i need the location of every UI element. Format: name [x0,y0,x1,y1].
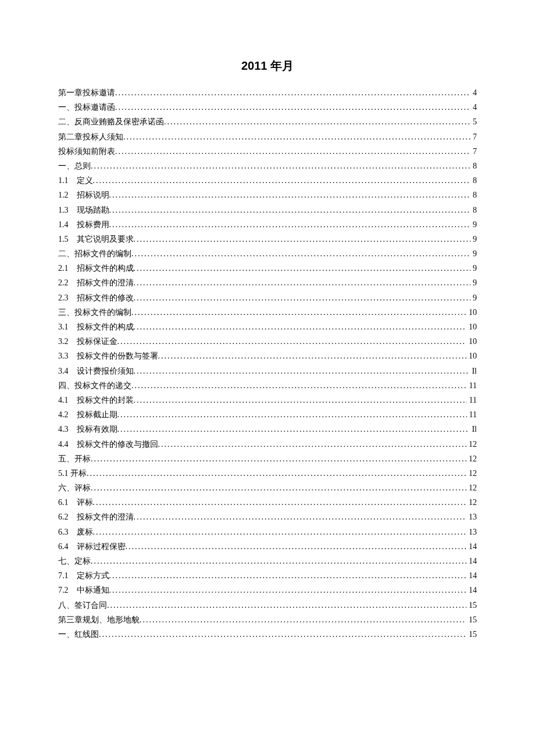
toc-entry: 4.2投标截止期11 [58,407,477,422]
toc-text: 其它说明及要求 [77,232,134,246]
toc-leader-dots [131,305,466,320]
toc-text: 投标文件的澄清 [77,510,134,524]
toc-text: 投标截止期 [77,407,117,422]
toc-entry: 八、签订合同15 [58,598,477,612]
toc-entry: 第一章投标邀请4 [58,85,477,100]
toc-entry: 投标须知前附表7 [58,144,477,159]
toc-entry: 7.2中标通知14 [58,583,477,597]
toc-text: 5.1 开标 [58,466,87,481]
toc-leader-dots [93,173,471,188]
toc-page-number: 12 [466,466,477,481]
toc-number: 2.1 [58,261,69,275]
toc-page-number: 5 [470,114,477,129]
toc-leader-dots [126,539,467,554]
toc-entry: 2.1招标文件的构成9 [58,261,477,275]
toc-text: 七、定标 [58,554,91,568]
table-of-contents: 第一章投标邀请4一、投标邀请函4二、反商业贿赂及保密承诺函5第二章投标人须知7投… [58,85,477,642]
toc-entry: 6.2投标文件的澄清13 [58,510,477,524]
toc-number: 6.2 [58,510,69,524]
toc-leader-dots [158,437,467,452]
toc-page-number: 14 [466,554,477,568]
toc-text: 投标文件的份数与签署 [77,349,158,363]
toc-leader-dots [134,261,471,275]
toc-leader-dots [91,452,466,466]
toc-text: 二、反商业贿赂及保密承诺函 [58,114,164,129]
toc-page-number: 14 [466,568,477,583]
toc-entry: 七、定标14 [58,554,477,568]
toc-leader-dots [164,114,470,129]
toc-number: 3.3 [58,349,69,363]
toc-page-number: 9 [470,232,477,246]
toc-leader-dots [131,378,467,393]
toc-leader-dots [115,100,470,114]
toc-page-number: 8 [470,159,477,173]
toc-leader-dots [134,275,471,290]
toc-entry: 1.5其它说明及要求9 [58,232,477,246]
toc-entry: 六、评标12 [58,481,477,495]
toc-page-number: 9 [470,261,477,275]
toc-page-number: 11 [467,378,477,393]
page-title: 2011 年月 [58,58,477,74]
toc-text: 招标文件的澄清 [77,275,134,290]
toc-text: 定标方式 [77,568,109,583]
toc-text: 第一章投标邀请 [58,85,115,100]
toc-page-number: 15 [466,612,477,627]
toc-leader-dots [134,232,471,246]
toc-page-number: 13 [466,510,477,524]
toc-leader-dots [99,627,466,642]
toc-entry: 一、投标邀请函4 [58,100,477,114]
toc-leader-dots [91,554,466,568]
toc-number: 1.5 [58,232,69,246]
toc-leader-dots [93,525,467,539]
toc-entry: 二、招标文件的编制9 [58,246,477,261]
toc-text: 一、总则 [58,159,91,173]
toc-page-number: 10 [466,349,477,363]
toc-number: 1.4 [58,217,69,232]
toc-number: 1.3 [58,203,69,217]
toc-page-number: 8 [470,173,477,188]
toc-page-number: 12 [466,481,477,495]
toc-leader-dots [107,598,466,612]
toc-entry: 一、红线图15 [58,627,477,642]
toc-entry: 4.1投标文件的封装11 [58,393,477,407]
toc-page-number: 9 [470,291,477,305]
page-container: 2011 年月 第一章投标邀请4一、投标邀请函4二、反商业贿赂及保密承诺函5第二… [0,0,535,676]
toc-number: 3.4 [58,364,69,378]
toc-leader-dots [109,203,471,217]
toc-text: 招标文件的修改 [77,291,134,305]
toc-entry: 四、投标文件的递交11 [58,378,477,393]
toc-leader-dots [109,583,467,597]
toc-page-number: 9 [470,217,477,232]
toc-text: 投标文件的构成 [77,320,134,334]
toc-text: 评标过程保密 [77,539,126,554]
toc-text: 五、开标 [58,452,91,466]
toc-leader-dots [117,407,467,422]
toc-number: 1.2 [58,188,69,202]
toc-entry: 1.1定义8 [58,173,477,188]
toc-page-number: 11 [467,407,477,422]
toc-entry: 二、反商业贿赂及保密承诺函5 [58,114,477,129]
toc-text: 招标说明 [77,188,109,202]
toc-leader-dots [91,481,466,495]
toc-page-number: 4 [470,100,477,114]
toc-page-number: 12 [466,452,477,466]
toc-entry: 五、开标12 [58,452,477,466]
toc-page-number: 14 [466,539,477,554]
toc-entry: 3.1投标文件的构成10 [58,320,477,334]
toc-page-number: 12 [466,495,477,510]
toc-leader-dots [134,510,467,524]
toc-text: 设计费报价须知 [77,364,134,378]
toc-number: 1.1 [58,173,69,188]
toc-leader-dots [131,246,470,261]
toc-page-number: 7 [470,144,477,159]
toc-entry: 1.3现场踏勘8 [58,203,477,217]
toc-entry: 6.3废标13 [58,525,477,539]
toc-leader-dots [123,130,470,144]
toc-number: 4.2 [58,407,69,422]
toc-page-number: 14 [466,583,477,597]
toc-page-number: 9 [470,246,477,261]
toc-leader-dots [115,85,470,100]
toc-page-number: 8 [470,188,477,202]
toc-entry: 2.3招标文件的修改9 [58,291,477,305]
toc-leader-dots [134,364,470,378]
